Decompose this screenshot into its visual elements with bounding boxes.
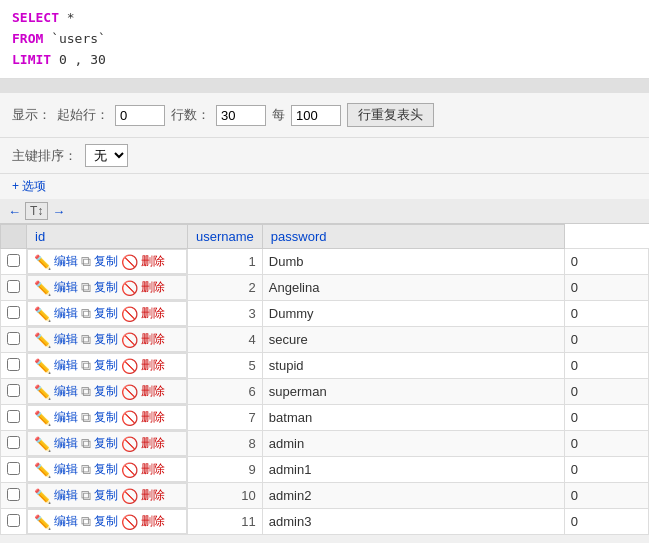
sql-block: SELECT * FROM `users` LIMIT 0 , 30 xyxy=(0,0,649,79)
copy-link[interactable]: 复制 xyxy=(94,409,118,426)
copy-icon: ⧉ xyxy=(81,461,91,478)
scrollbar-area[interactable] xyxy=(0,79,649,93)
copy-link[interactable]: 复制 xyxy=(94,461,118,478)
row-checkbox-cell[interactable] xyxy=(1,249,27,275)
row-actions-cell: ✏️ 编辑 ⧉ 复制 🚫 删除 xyxy=(27,405,187,430)
edit-icon: ✏️ xyxy=(34,514,51,530)
left-arrow[interactable]: ← xyxy=(8,204,21,219)
edit-link[interactable]: 编辑 xyxy=(54,357,78,374)
edit-link[interactable]: 编辑 xyxy=(54,305,78,322)
row-checkbox[interactable] xyxy=(7,488,20,501)
row-checkbox-cell[interactable] xyxy=(1,483,27,509)
copy-link[interactable]: 复制 xyxy=(94,331,118,348)
delete-link[interactable]: 删除 xyxy=(141,253,165,270)
delete-link[interactable]: 删除 xyxy=(141,461,165,478)
row-password: 0 xyxy=(564,457,648,483)
delete-link[interactable]: 删除 xyxy=(141,513,165,530)
edit-link[interactable]: 编辑 xyxy=(54,409,78,426)
row-password: 0 xyxy=(564,431,648,457)
data-table: id username password ✏️ 编辑 ⧉ 复制 🚫 删除 1 D… xyxy=(0,224,649,535)
delete-link[interactable]: 删除 xyxy=(141,279,165,296)
per-input[interactable] xyxy=(291,105,341,126)
edit-link[interactable]: 编辑 xyxy=(54,513,78,530)
copy-icon: ⧉ xyxy=(81,435,91,452)
edit-icon: ✏️ xyxy=(34,332,51,348)
edit-link[interactable]: 编辑 xyxy=(54,461,78,478)
right-arrow[interactable]: → xyxy=(52,204,65,219)
delete-icon: 🚫 xyxy=(121,332,138,348)
delete-icon: 🚫 xyxy=(121,436,138,452)
row-id: 9 xyxy=(188,457,263,483)
row-checkbox[interactable] xyxy=(7,332,20,345)
row-username: admin1 xyxy=(262,457,564,483)
row-checkbox-cell[interactable] xyxy=(1,301,27,327)
th-id[interactable]: id xyxy=(27,225,188,249)
edit-icon: ✏️ xyxy=(34,410,51,426)
copy-icon: ⧉ xyxy=(81,357,91,374)
th-username[interactable]: username xyxy=(188,225,263,249)
delete-link[interactable]: 删除 xyxy=(141,435,165,452)
delete-link[interactable]: 删除 xyxy=(141,331,165,348)
copy-link[interactable]: 复制 xyxy=(94,305,118,322)
row-checkbox[interactable] xyxy=(7,436,20,449)
delete-link[interactable]: 删除 xyxy=(141,487,165,504)
copy-link[interactable]: 复制 xyxy=(94,253,118,270)
table-row: ✏️ 编辑 ⧉ 复制 🚫 删除 6 superman 0 xyxy=(1,379,649,405)
row-checkbox[interactable] xyxy=(7,462,20,475)
row-checkbox-cell[interactable] xyxy=(1,379,27,405)
row-id: 5 xyxy=(188,353,263,379)
row-checkbox-cell[interactable] xyxy=(1,509,27,535)
start-input[interactable] xyxy=(115,105,165,126)
copy-link[interactable]: 复制 xyxy=(94,487,118,504)
repeat-header-button[interactable]: 行重复表头 xyxy=(347,103,434,127)
edit-link[interactable]: 编辑 xyxy=(54,383,78,400)
row-checkbox-cell[interactable] xyxy=(1,431,27,457)
row-checkbox-cell[interactable] xyxy=(1,457,27,483)
row-checkbox[interactable] xyxy=(7,306,20,319)
sql-star: * xyxy=(59,10,75,25)
delete-link[interactable]: 删除 xyxy=(141,305,165,322)
row-checkbox-cell[interactable] xyxy=(1,275,27,301)
row-checkbox[interactable] xyxy=(7,384,20,397)
delete-icon: 🚫 xyxy=(121,306,138,322)
row-password: 0 xyxy=(564,249,648,275)
table-wrapper: id username password ✏️ 编辑 ⧉ 复制 🚫 删除 1 D… xyxy=(0,224,649,535)
edit-icon: ✏️ xyxy=(34,462,51,478)
edit-link[interactable]: 编辑 xyxy=(54,487,78,504)
row-checkbox[interactable] xyxy=(7,280,20,293)
row-checkbox-cell[interactable] xyxy=(1,353,27,379)
options-link[interactable]: + 选项 xyxy=(0,174,649,199)
delete-link[interactable]: 删除 xyxy=(141,383,165,400)
copy-link[interactable]: 复制 xyxy=(94,279,118,296)
copy-link[interactable]: 复制 xyxy=(94,435,118,452)
th-password[interactable]: password xyxy=(262,225,564,249)
edit-link[interactable]: 编辑 xyxy=(54,253,78,270)
row-username: stupid xyxy=(262,353,564,379)
copy-link[interactable]: 复制 xyxy=(94,357,118,374)
row-checkbox[interactable] xyxy=(7,254,20,267)
row-password: 0 xyxy=(564,275,648,301)
row-checkbox[interactable] xyxy=(7,358,20,371)
copy-link[interactable]: 复制 xyxy=(94,383,118,400)
display-label: 显示： xyxy=(12,106,51,124)
table-row: ✏️ 编辑 ⧉ 复制 🚫 删除 11 admin3 0 xyxy=(1,509,649,535)
row-checkbox-cell[interactable] xyxy=(1,405,27,431)
row-actions-cell: ✏️ 编辑 ⧉ 复制 🚫 删除 xyxy=(27,353,187,378)
row-checkbox-cell[interactable] xyxy=(1,327,27,353)
row-checkbox[interactable] xyxy=(7,410,20,423)
edit-link[interactable]: 编辑 xyxy=(54,331,78,348)
delete-link[interactable]: 删除 xyxy=(141,357,165,374)
row-username: batman xyxy=(262,405,564,431)
edit-link[interactable]: 编辑 xyxy=(54,435,78,452)
copy-link[interactable]: 复制 xyxy=(94,513,118,530)
row-checkbox[interactable] xyxy=(7,514,20,527)
sort-select[interactable]: 无 xyxy=(85,144,128,167)
row-actions-cell: ✏️ 编辑 ⧉ 复制 🚫 删除 xyxy=(27,457,187,482)
delete-link[interactable]: 删除 xyxy=(141,409,165,426)
sort-toggle[interactable]: T↕ xyxy=(25,202,48,220)
table-nav-row: ← T↕ → xyxy=(0,199,649,224)
row-actions-cell: ✏️ 编辑 ⧉ 复制 🚫 删除 xyxy=(27,431,187,456)
edit-link[interactable]: 编辑 xyxy=(54,279,78,296)
delete-icon: 🚫 xyxy=(121,358,138,374)
rows-input[interactable] xyxy=(216,105,266,126)
